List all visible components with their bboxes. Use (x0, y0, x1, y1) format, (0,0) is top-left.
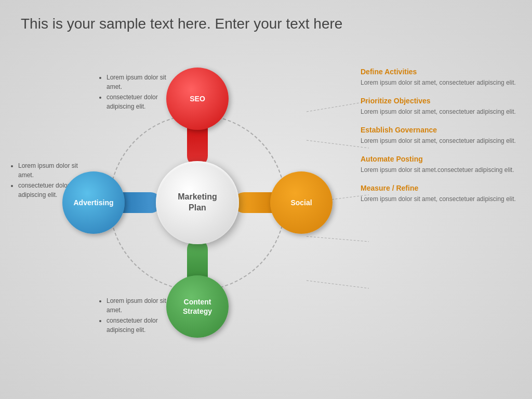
diagram-area: MarketingPlan SEO Advertising Social Con… (52, 57, 343, 348)
advertising-label: Advertising (73, 198, 113, 207)
annotation-title-4: Measure / Refine (361, 184, 522, 192)
content-label: ContentStrategy (183, 297, 212, 316)
annotation-establish-governance: Establish Governance Lorem ipsum dolor s… (361, 126, 522, 145)
connector-left (119, 192, 161, 213)
seo-label: SEO (190, 94, 205, 103)
right-annotations: Define Activities Lorem ipsum dolor sit … (361, 68, 522, 213)
connector-bottom (187, 239, 208, 281)
bullet-top-list: Lorem ipsum dolor sit amet. consectetuer… (99, 73, 171, 111)
annotation-automate-posting: Automate Posting Lorem ipsum dolor sit a… (361, 155, 522, 175)
connector-top (187, 125, 208, 166)
annotation-body-4: Lorem ipsum dolor sit amet, consectetuer… (361, 194, 522, 204)
annotation-measure-refine: Measure / Refine Lorem ipsum dolor sit a… (361, 184, 522, 204)
connector-right (234, 192, 275, 213)
annotation-title-2: Establish Governance (361, 126, 522, 134)
list-item: Lorem ipsum dolor sit amet. (107, 296, 171, 315)
annotation-title-3: Automate Posting (361, 155, 522, 163)
slide-title: This is your sample text here. Enter you… (21, 16, 511, 32)
satellite-social: Social (270, 171, 332, 234)
list-item: consectetuer dolor adipiscing elit. (107, 316, 171, 335)
annotation-body-2: Lorem ipsum dolor sit amet, consectetuer… (361, 136, 522, 145)
list-item: Lorem ipsum dolor sit amet. (107, 73, 171, 91)
annotation-body-3: Lorem ipsum dolor sit amet.consectetuer … (361, 165, 522, 175)
list-item: Lorem ipsum dolor sit amet. (18, 161, 83, 180)
satellite-advertising: Advertising (62, 171, 125, 234)
annotation-title-1: Prioritize Objectives (361, 97, 522, 105)
bullet-bottom-list: Lorem ipsum dolor sit amet. consectetuer… (99, 296, 171, 335)
annotation-title-0: Define Activities (361, 68, 522, 76)
social-label: Social (290, 198, 312, 207)
annotation-body-0: Lorem ipsum dolor sit amet, consectetuer… (361, 78, 522, 87)
bullet-top: Lorem ipsum dolor sit amet. consectetuer… (99, 73, 171, 112)
annotation-define-activities: Define Activities Lorem ipsum dolor sit … (361, 68, 522, 87)
satellite-content: ContentStrategy (166, 275, 229, 338)
list-item: consectetuer dolor adipiscing elit. (107, 92, 171, 111)
satellite-seo: SEO (166, 68, 229, 130)
center-label: MarketingPlan (178, 192, 217, 214)
slide: This is your sample text here. Enter you… (0, 0, 532, 399)
bullet-bottom: Lorem ipsum dolor sit amet. consectetuer… (99, 296, 171, 336)
annotation-prioritize-objectives: Prioritize Objectives Lorem ipsum dolor … (361, 97, 522, 116)
annotation-body-1: Lorem ipsum dolor sit amet, consectetuer… (361, 107, 522, 116)
center-circle: MarketingPlan (156, 161, 239, 244)
